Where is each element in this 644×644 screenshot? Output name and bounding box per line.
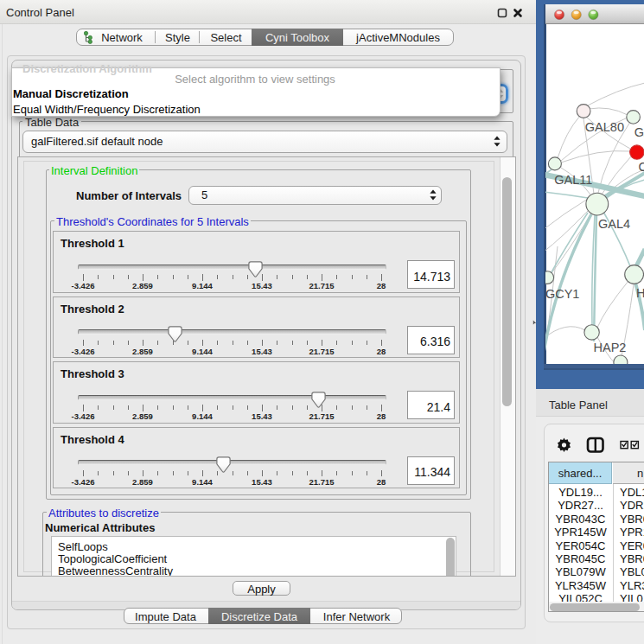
svg-text:GAL80: GAL80: [585, 120, 624, 134]
svg-text:GCY1: GCY1: [545, 287, 579, 301]
svg-text:GAL1: GAL1: [634, 125, 644, 139]
svg-text:GAL4: GAL4: [598, 217, 630, 231]
svg-text:HIS7: HIS7: [636, 286, 644, 300]
svg-text:HAP2: HAP2: [594, 341, 627, 354]
svg-text:CDC1: CDC1: [639, 160, 644, 174]
svg-text:GAL11: GAL11: [554, 173, 592, 187]
